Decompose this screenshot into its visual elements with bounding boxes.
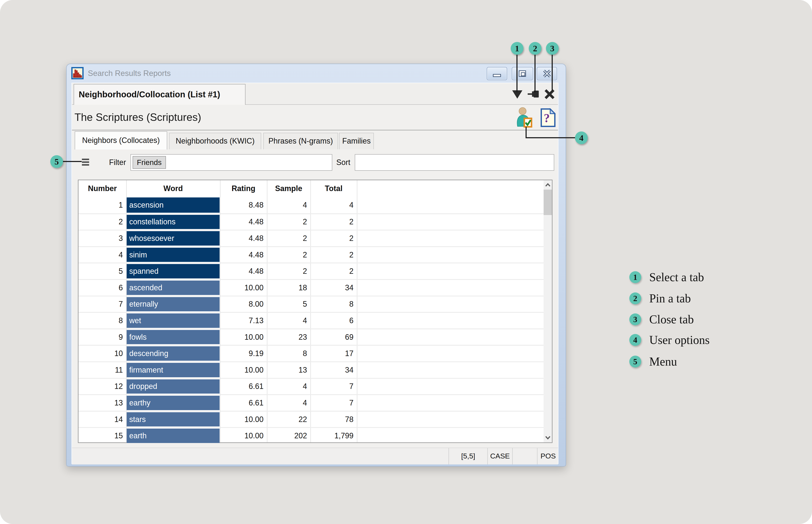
report-title: The Scriptures (Scriptures): [75, 105, 201, 130]
cell-total: 4: [311, 197, 353, 213]
column-header-4[interactable]: Total: [311, 180, 357, 197]
cell-number: 2: [79, 214, 123, 230]
cell-word: stars: [127, 412, 220, 427]
table-row[interactable]: 10descending9.19817: [79, 345, 544, 361]
window-close-button[interactable]: [537, 67, 557, 80]
table-row[interactable]: 6ascended10.001834: [79, 279, 544, 296]
table-row[interactable]: 5spanned4.4822: [79, 263, 544, 279]
tab-label: Neighbors (Collocates): [82, 132, 160, 149]
callout-line-2: [535, 54, 536, 93]
cell-number: 1: [79, 197, 123, 213]
table-row[interactable]: 11firmament10.001334: [79, 361, 544, 378]
window-title: Search Results Reports: [88, 64, 171, 83]
cell-total: 78: [311, 412, 353, 427]
chevron-down-icon: [545, 436, 551, 440]
window-titlebar[interactable]: Search Results Reports: [67, 64, 566, 83]
callout-line-5: [62, 161, 82, 162]
cell-rating: 7.13: [220, 313, 264, 328]
legend-circle-4: 4: [629, 334, 641, 346]
cell-total: 69: [311, 329, 353, 345]
tab-2[interactable]: Phrases (N-grams): [263, 133, 338, 149]
close-tab-button[interactable]: [544, 89, 555, 100]
cell-sample: 4: [267, 197, 307, 213]
column-header-3[interactable]: Sample: [267, 180, 311, 197]
callout-marker-4: 4: [575, 131, 588, 144]
status-cell-0: [72, 448, 448, 464]
tab-3[interactable]: Families: [339, 133, 374, 149]
cell-rating: 8.48: [220, 197, 264, 213]
cell-number: 11: [79, 362, 123, 378]
user-options-button[interactable]: [516, 107, 532, 128]
legend-label-5: Menu: [649, 355, 677, 369]
callout-marker-2: 2: [529, 42, 541, 55]
callout-line-3: [552, 54, 553, 91]
cell-rating: 8.00: [220, 296, 264, 312]
cell-sample: 23: [267, 329, 307, 345]
cell-word: ascension: [127, 197, 220, 213]
cell-number: 13: [79, 395, 123, 411]
filter-input[interactable]: Friends: [130, 154, 332, 171]
vertical-scrollbar[interactable]: [544, 180, 552, 442]
pin-tab-button[interactable]: [528, 89, 539, 100]
table-row[interactable]: 13earthy6.6147: [79, 394, 544, 411]
user-check-icon: [516, 107, 532, 128]
table-row[interactable]: 7eternally8.0058: [79, 296, 544, 312]
table-row[interactable]: 8wet7.1346: [79, 312, 544, 328]
cell-number: 6: [79, 280, 123, 296]
cell-sample: 8: [267, 346, 307, 361]
document-tab-strip: Neighborhood/Collocation (List #1): [72, 83, 558, 105]
table-row[interactable]: 9fowls10.002369: [79, 328, 544, 345]
cell-sample: 4: [267, 379, 307, 394]
cell-number: 15: [79, 428, 123, 444]
histogram-app-icon: [71, 67, 84, 79]
hamburger-menu-icon[interactable]: [82, 159, 89, 166]
scrollbar-thumb[interactable]: [544, 190, 552, 215]
help-button[interactable]: ?: [540, 108, 556, 127]
cell-number: 5: [79, 263, 123, 279]
sort-label: Sort: [336, 154, 350, 170]
table-row[interactable]: 15earth10.002021,799: [79, 427, 544, 444]
minimize-button[interactable]: [487, 67, 507, 80]
column-header-1[interactable]: Word: [126, 180, 220, 197]
column-header-2[interactable]: Rating: [220, 180, 267, 197]
column-header-0[interactable]: Number: [79, 180, 126, 197]
cell-total: 2: [311, 230, 353, 246]
tab-0[interactable]: Neighbors (Collocates): [75, 131, 167, 149]
callout-line-4-vertical: [526, 127, 527, 138]
cell-rating: 4.48: [220, 230, 264, 246]
table-row[interactable]: 14stars10.002278: [79, 411, 544, 427]
close-icon: [542, 70, 552, 77]
cell-total: 7: [311, 379, 353, 394]
table-row[interactable]: 1ascension8.4844: [79, 197, 544, 213]
table-header-row: NumberWordRatingSampleTotal: [79, 180, 544, 197]
table-row[interactable]: 4sinim4.4822: [79, 246, 544, 263]
maximize-button[interactable]: [512, 67, 533, 80]
cell-sample: 5: [267, 296, 307, 312]
cell-number: 3: [79, 230, 123, 246]
cell-rating: 10.00: [220, 362, 264, 378]
cell-sample: 2: [267, 214, 307, 230]
legend-label-1: Select a tab: [649, 271, 704, 284]
scroll-up-button[interactable]: [544, 180, 552, 190]
cell-number: 10: [79, 346, 123, 361]
cell-word: wet: [127, 313, 220, 328]
filter-label: Filter: [109, 154, 126, 170]
tab-label: Families: [342, 133, 371, 149]
cell-total: 6: [311, 313, 353, 328]
cell-sample: 2: [267, 263, 307, 279]
table-row[interactable]: 2constellations4.4822: [79, 213, 544, 230]
tab-1[interactable]: Neighborhoods (KWIC): [169, 133, 261, 149]
sort-input[interactable]: [355, 154, 554, 171]
cell-word: ascended: [127, 281, 220, 295]
cell-word: dropped: [127, 379, 220, 394]
cell-total: 17: [311, 346, 353, 361]
scroll-down-button[interactable]: [544, 433, 552, 442]
table-row[interactable]: 12dropped6.6147: [79, 378, 544, 394]
cell-number: 9: [79, 329, 123, 345]
cell-sample: 13: [267, 362, 307, 378]
document-tab-neighborhood-collocation[interactable]: Neighborhood/Collocation (List #1): [74, 84, 245, 105]
legend-item-2: 2Pin a tab: [629, 292, 691, 305]
table-row[interactable]: 3whosesoever4.4822: [79, 230, 544, 246]
legend-circle-3: 3: [629, 313, 641, 325]
filter-chip-friends[interactable]: Friends: [133, 156, 166, 169]
